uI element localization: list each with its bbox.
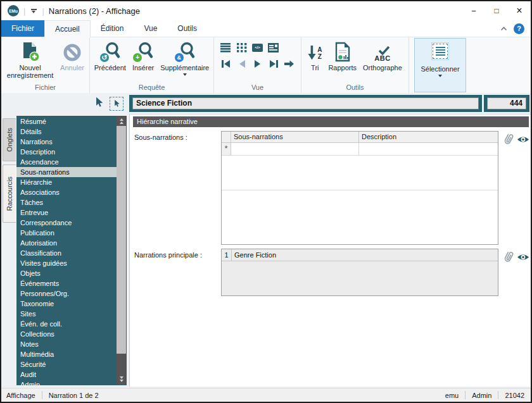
title-bar: EMu | | Narrations (2) - Affichage − □ × bbox=[1, 1, 531, 20]
list-item[interactable]: 1 Genre Fiction bbox=[222, 249, 498, 261]
scrollbar-thumb[interactable] bbox=[117, 126, 126, 354]
insert-query-button[interactable]: + Insérer bbox=[129, 39, 157, 71]
select-button[interactable]: Sélectionner bbox=[414, 38, 466, 92]
previous-query-button[interactable]: ↺ Précédent bbox=[91, 39, 129, 71]
tab-outils[interactable]: Outils bbox=[167, 20, 207, 37]
sub-narrations-label: Sous-narrations : bbox=[132, 131, 221, 141]
new-row-marker: * bbox=[222, 143, 231, 155]
sidebar-item[interactable]: Ascendance bbox=[16, 157, 117, 167]
collapse-ribbon-icon[interactable] bbox=[500, 27, 507, 31]
status-server: emu bbox=[445, 392, 459, 399]
tab-fichier[interactable]: Fichier bbox=[1, 20, 44, 37]
previous-record-icon bbox=[236, 59, 247, 69]
sidebar-item[interactable]: Admin bbox=[16, 380, 117, 385]
sidebar-item[interactable]: Collections bbox=[16, 329, 117, 339]
record-title-field: Science Fiction bbox=[129, 95, 482, 112]
additional-query-icon: & bbox=[174, 40, 196, 64]
attach-icon[interactable] bbox=[502, 250, 515, 266]
view-attachment-icon[interactable] bbox=[517, 135, 529, 146]
sidebar-item[interactable]: Correspondance bbox=[16, 218, 117, 228]
sidebar-item[interactable]: Détails bbox=[16, 127, 117, 137]
pointer-tool-icon[interactable] bbox=[94, 97, 104, 110]
scroll-up-icon[interactable] bbox=[117, 116, 126, 126]
spelling-button[interactable]: ABC Orthographe bbox=[360, 39, 405, 71]
additional-query-button[interactable]: & Supplémentaire bbox=[157, 39, 212, 76]
emu-logo-icon[interactable]: EMu bbox=[8, 5, 19, 16]
sidebar-item[interactable]: Sécurité bbox=[16, 359, 117, 369]
side-tab-raccourcis[interactable]: Raccourcis bbox=[3, 164, 16, 223]
view-attachment-icon[interactable] bbox=[517, 252, 529, 264]
grid-col-sous-narrations: Sous-narrations bbox=[231, 132, 359, 142]
ribbon-group-requete: ↺ Précédent + bbox=[90, 37, 214, 93]
tab-list: Résumé Détails Narrations Description As… bbox=[16, 116, 127, 385]
grid-col-description: Description bbox=[359, 132, 498, 142]
sidebar-scrollbar[interactable] bbox=[117, 116, 126, 385]
goto-record-icon[interactable] bbox=[284, 59, 294, 69]
sidebar-item[interactable]: Audit bbox=[16, 369, 117, 380]
sidebar-item[interactable]: Personnes/Org. bbox=[16, 288, 117, 299]
group-label-requete: Requête bbox=[92, 84, 212, 93]
spelling-label: Orthographe bbox=[363, 64, 402, 71]
main-narrations-label: Narrations principale : bbox=[132, 249, 221, 259]
sidebar-item[interactable]: Entrevue bbox=[16, 208, 117, 218]
sidebar-item[interactable]: Multimédia bbox=[16, 349, 117, 359]
status-user: Admin bbox=[472, 392, 491, 399]
help-icon[interactable]: ? bbox=[514, 23, 524, 34]
tab-accueil[interactable]: Accueil bbox=[44, 20, 91, 37]
grid-cell[interactable] bbox=[359, 143, 498, 155]
sidebar-item[interactable]: Sites bbox=[16, 309, 117, 319]
sidebar-item[interactable]: Taxonomie bbox=[16, 299, 117, 309]
group-label-fichier: Fichier bbox=[3, 84, 87, 93]
status-bar: Affichage Narration 1 de 2 emu Admin 210… bbox=[1, 388, 531, 402]
sidebar-item[interactable]: Associations bbox=[16, 187, 117, 197]
select-mode-tool-icon[interactable] bbox=[110, 97, 124, 111]
sort-button[interactable]: A Z Tri bbox=[305, 39, 325, 71]
quick-access-customize-icon[interactable] bbox=[30, 9, 37, 13]
titlebar-separator: | bbox=[42, 6, 44, 16]
attach-icon[interactable] bbox=[502, 132, 515, 149]
status-code: 21042 bbox=[505, 392, 524, 399]
grid-cell[interactable] bbox=[231, 143, 359, 155]
list-view-icon[interactable] bbox=[220, 42, 231, 53]
sidebar-item[interactable]: Description bbox=[16, 147, 117, 157]
close-button[interactable]: × bbox=[508, 1, 531, 20]
sidebar-item[interactable]: Résumé bbox=[16, 116, 117, 127]
new-record-label: Nouvel enregistrement bbox=[6, 64, 54, 79]
status-separator bbox=[465, 391, 466, 399]
reports-button[interactable]: Rapports bbox=[325, 39, 360, 71]
reports-label: Rapports bbox=[328, 64, 357, 71]
sidebar-item[interactable]: Tâches bbox=[16, 197, 117, 208]
next-record-icon[interactable] bbox=[252, 59, 263, 69]
grid-view-icon[interactable] bbox=[236, 42, 247, 53]
sidebar-item[interactable]: Notes bbox=[16, 339, 117, 349]
scroll-down-icon[interactable] bbox=[117, 354, 126, 385]
sidebar-item[interactable]: Évén. de coll. bbox=[16, 319, 117, 329]
sub-narrations-grid[interactable]: Sous-narrations Description * bbox=[221, 131, 498, 245]
grid-new-row[interactable]: * bbox=[222, 143, 498, 156]
sidebar-item[interactable]: Hiérarchie bbox=[16, 177, 117, 187]
minimize-button[interactable]: − bbox=[462, 1, 485, 20]
details-view-icon[interactable] bbox=[268, 42, 279, 53]
sidebar-item[interactable]: Classification bbox=[16, 248, 117, 258]
last-record-icon[interactable] bbox=[268, 59, 279, 69]
sidebar-item[interactable]: Narrations bbox=[16, 137, 117, 147]
sidebar-item[interactable]: Visites guidées bbox=[16, 258, 117, 268]
main-narrations-list[interactable]: 1 Genre Fiction bbox=[221, 249, 498, 296]
tab-vue[interactable]: Vue bbox=[134, 20, 167, 37]
sidebar-item-sous-narrations[interactable]: Sous-narrations bbox=[16, 167, 117, 177]
ribbon-group-fichier: Nouvel enregistrement Annuler Fichier bbox=[1, 37, 90, 93]
maximize-button[interactable]: □ bbox=[485, 1, 508, 20]
sidebar-item[interactable]: Publication bbox=[16, 228, 117, 238]
window-title: Narrations (2) - Affichage bbox=[49, 6, 140, 16]
code-view-icon[interactable]: </> bbox=[252, 42, 263, 53]
sidebar-item[interactable]: Objets bbox=[16, 268, 117, 278]
first-record-icon[interactable] bbox=[220, 59, 231, 69]
new-record-button[interactable]: Nouvel enregistrement bbox=[3, 39, 57, 79]
status-separator bbox=[498, 391, 498, 399]
list-item-number: 1 bbox=[222, 249, 232, 261]
sidebar-item[interactable]: Événements bbox=[16, 278, 117, 288]
sidebar-item[interactable]: Autorisation bbox=[16, 238, 117, 248]
side-tab-onglets[interactable]: Onglets bbox=[3, 118, 16, 161]
tab-edition[interactable]: Édition bbox=[91, 20, 134, 37]
record-title: Science Fiction bbox=[132, 97, 479, 109]
